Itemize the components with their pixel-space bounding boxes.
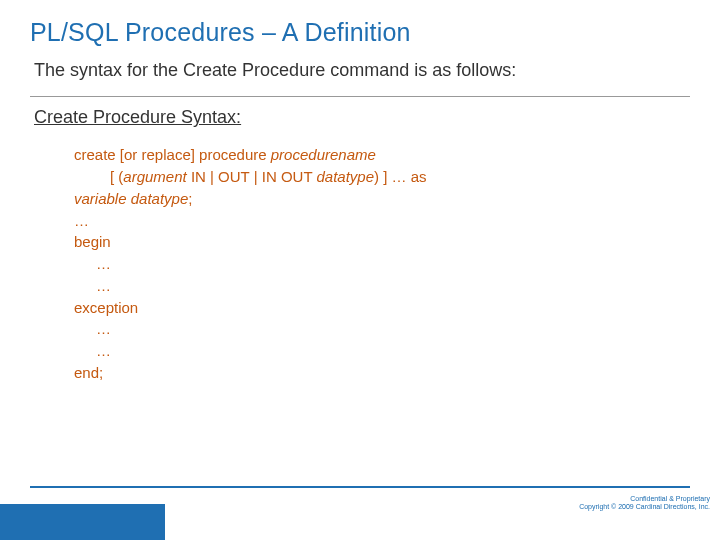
code-text: ) ] … as (374, 168, 427, 185)
code-line: … (74, 340, 690, 362)
syntax-heading: Create Procedure Syntax: (34, 107, 690, 128)
code-line: … (74, 318, 690, 340)
blue-accent-bar (0, 504, 165, 540)
code-line: [ (argument IN | OUT | IN OUT datatype) … (74, 166, 690, 188)
copyright-line: Copyright © 2009 Cardinal Directions, In… (579, 503, 710, 512)
code-italic: procedurename (271, 146, 376, 163)
slide: PL/SQL Procedures – A Definition The syn… (0, 0, 720, 540)
code-line: … (74, 253, 690, 275)
divider-line (30, 96, 690, 97)
code-indent: [ (argument IN | OUT | IN OUT datatype) … (74, 166, 427, 188)
code-indent: … (74, 340, 111, 362)
code-text: IN | OUT | IN OUT (187, 168, 317, 185)
footer-rule (30, 486, 690, 488)
code-italic: variable datatype (74, 190, 188, 207)
code-line: begin (74, 231, 690, 253)
code-indent: … (74, 318, 111, 340)
code-text: create [or replace] procedure (74, 146, 271, 163)
code-indent: … (74, 253, 111, 275)
code-line: … (74, 275, 690, 297)
code-italic: argument (123, 168, 186, 185)
code-line: end; (74, 362, 690, 384)
code-line: create [or replace] procedure proceduren… (74, 144, 690, 166)
code-block: create [or replace] procedure proceduren… (74, 144, 690, 383)
page-title: PL/SQL Procedures – A Definition (30, 18, 690, 47)
copyright-block: Confidential & Proprietary Copyright © 2… (579, 495, 710, 513)
code-line: exception (74, 297, 690, 319)
code-italic: datatype (316, 168, 374, 185)
code-indent: … (74, 275, 111, 297)
intro-text: The syntax for the Create Procedure comm… (34, 59, 690, 82)
copyright-line: Confidential & Proprietary (579, 495, 710, 504)
code-text: [ ( (110, 168, 123, 185)
code-line: variable datatype; (74, 188, 690, 210)
code-line: … (74, 210, 690, 232)
code-text: ; (188, 190, 192, 207)
